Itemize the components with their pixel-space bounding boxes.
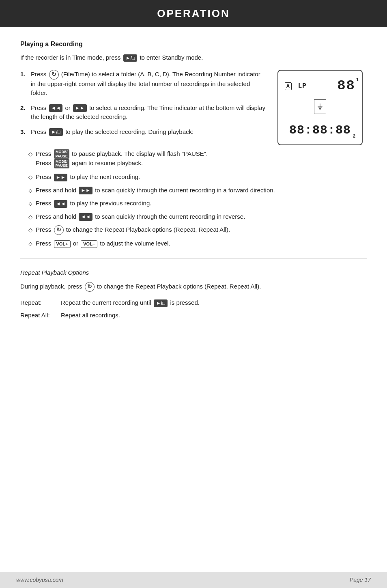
- bullet-5-content: Press and hold ◄◄ to scan quickly throug…: [36, 212, 245, 222]
- display-middle-row: ⏚: [285, 99, 355, 114]
- folder-icon: A: [285, 82, 292, 90]
- bullet-7: ◇ Press VOL+ or VOL– to adjust the volum…: [20, 239, 367, 248]
- bullet-4: ◇ Press ◄◄ to play the previous recordin…: [20, 199, 367, 208]
- repeat-desc-1: Repeat the current recording until ►/□ i…: [61, 298, 367, 308]
- rewind-btn-bullet5[interactable]: ◄◄: [79, 213, 92, 221]
- bullet-4-content: Press ◄◄ to play the previous recording.: [36, 199, 151, 208]
- rewind-btn-step2[interactable]: ◄◄: [49, 104, 63, 112]
- repeat-label-2: Repeat All:: [20, 311, 61, 320]
- footer-page: Page 17: [350, 577, 371, 583]
- step-1-num: 1.: [20, 70, 28, 79]
- repeat-row-2: Repeat All: Repeat all recordings.: [20, 311, 367, 320]
- time-display-container: 88:88:88 2: [285, 117, 355, 140]
- step-3-content: Press ►/□ to play the selected recording…: [31, 127, 194, 137]
- bullet-6-content: Press ↻ to change the Repeat Playback op…: [36, 225, 230, 235]
- repeat-desc-2: Repeat all recordings.: [61, 311, 367, 320]
- ff-btn-step2[interactable]: ►►: [73, 104, 87, 112]
- time-display: 88:88:88: [285, 121, 355, 140]
- step-3-num: 3.: [20, 127, 28, 137]
- display-top-row: A LP 88 1: [285, 75, 355, 96]
- diamond-5: ◇: [28, 213, 32, 221]
- recorder-display: A LP 88 1 ⏚ 88:88:88 2: [277, 70, 363, 145]
- bullet-1-content: Press MODE/PAUSE to pause playback. The …: [36, 149, 208, 169]
- footer: www.cobyusa.com Page 17: [0, 572, 387, 588]
- cycle-btn-step1[interactable]: ↻: [49, 70, 59, 80]
- repeat-intro: During playback, press ↻ to change the R…: [20, 282, 367, 292]
- display-column: A LP 88 1 ⏚ 88:88:88 2: [273, 70, 367, 145]
- diamond-1: ◇: [28, 150, 32, 158]
- diamond-3: ◇: [28, 187, 32, 195]
- step-2-num: 2.: [20, 103, 28, 113]
- bullet-3-content: Press and hold ►► to scan quickly throug…: [36, 186, 275, 195]
- intro-before: If the recorder is in Time mode, press: [20, 54, 121, 61]
- number-display-container: 88 1: [337, 75, 355, 96]
- repeat-row-1: Repeat: Repeat the current recording unt…: [20, 298, 367, 308]
- diamond-4: ◇: [28, 200, 32, 208]
- step-2: 2. Press ◄◄ or ►► to select a recording.…: [20, 103, 265, 122]
- repeat-table: Repeat: Repeat the current recording unt…: [20, 298, 367, 320]
- vol-minus-btn[interactable]: VOL–: [81, 240, 97, 248]
- numbered-steps: 1. Press ↻ (File/Time) to select a folde…: [20, 70, 265, 137]
- repeat-intro-before: During playback, press: [20, 283, 82, 290]
- diamond-2: ◇: [28, 173, 32, 181]
- badge-2: 2: [353, 133, 355, 140]
- cycle-btn-repeat[interactable]: ↻: [85, 282, 95, 292]
- cassette-icon: ⏚: [314, 99, 326, 114]
- play-stop-btn-intro[interactable]: ►/□: [123, 54, 137, 62]
- step-1: 1. Press ↻ (File/Time) to select a folde…: [20, 70, 265, 98]
- header-title: OPERATION: [157, 7, 230, 19]
- display-lp: A LP: [285, 80, 307, 91]
- page-header: OPERATION: [0, 0, 387, 27]
- bullet-2: ◇ Press ►► to play the next recording.: [20, 172, 367, 182]
- cycle-btn-bullet6[interactable]: ↻: [54, 225, 64, 235]
- ff-btn-bullet2[interactable]: ►►: [54, 174, 68, 181]
- step-3: 3. Press ►/□ to play the selected record…: [20, 127, 265, 137]
- repeat-label-1: Repeat:: [20, 298, 61, 308]
- repeat-section-title: Repeat Playback Options: [20, 268, 367, 278]
- steps-column: 1. Press ↻ (File/Time) to select a folde…: [20, 70, 265, 145]
- section1-title: Playing a Recording: [20, 39, 367, 49]
- step-1-content: Press ↻ (File/Time) to select a folder (…: [31, 70, 265, 98]
- content-area: Playing a Recording If the recorder is i…: [0, 27, 387, 572]
- diamond-7: ◇: [28, 240, 32, 248]
- play-stop-btn-repeat[interactable]: ►/□: [154, 299, 168, 307]
- main-section: 1. Press ↻ (File/Time) to select a folde…: [20, 70, 367, 145]
- bullet-list: ◇ Press MODE/PAUSE to pause playback. Th…: [20, 149, 367, 248]
- bullet-7-content: Press VOL+ or VOL– to adjust the volume …: [36, 239, 170, 248]
- bullet-2-content: Press ►► to play the next recording.: [36, 172, 140, 182]
- bullet-3: ◇ Press and hold ►► to scan quickly thro…: [20, 186, 367, 195]
- vol-plus-btn[interactable]: VOL+: [54, 240, 71, 248]
- lp-text: LP: [298, 82, 307, 90]
- bullet-5: ◇ Press and hold ◄◄ to scan quickly thro…: [20, 212, 367, 222]
- mode-pause-btn-2[interactable]: MODE/PAUSE: [54, 159, 69, 169]
- ff-btn-bullet3[interactable]: ►►: [79, 187, 92, 194]
- bullet-6: ◇ Press ↻ to change the Repeat Playback …: [20, 225, 367, 235]
- rewind-btn-bullet4[interactable]: ◄◄: [54, 200, 68, 208]
- intro-after: to enter Standby mode.: [140, 54, 203, 61]
- repeat-intro-after: to change the Repeat Playback options (R…: [97, 283, 261, 290]
- badge-1: 1: [356, 76, 359, 83]
- footer-url: www.cobyusa.com: [16, 577, 63, 583]
- step-2-content: Press ◄◄ or ►► to select a recording. Th…: [31, 103, 265, 122]
- bullet-1: ◇ Press MODE/PAUSE to pause playback. Th…: [20, 149, 367, 169]
- play-stop-btn-step3[interactable]: ►/□: [49, 128, 63, 136]
- number-display: 88: [337, 78, 355, 93]
- section-divider: [20, 258, 367, 258]
- mode-pause-btn-1[interactable]: MODE/PAUSE: [54, 149, 69, 159]
- intro-text: If the recorder is in Time mode, press ►…: [20, 53, 367, 62]
- diamond-6: ◇: [28, 226, 32, 234]
